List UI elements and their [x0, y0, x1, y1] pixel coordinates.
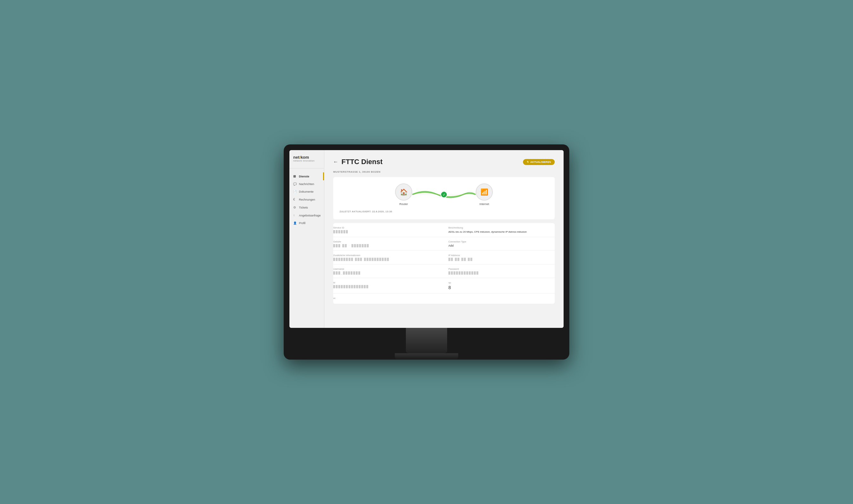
- rechnungen-icon: €: [293, 198, 297, 201]
- router-circle: 🏠: [395, 183, 412, 201]
- router-node: 🏠 Router: [395, 183, 412, 206]
- main-content: ← FTTC Dienst ↻ AKTUALISIEREN MUSTERSTRA…: [324, 150, 564, 328]
- back-button[interactable]: ←: [333, 159, 338, 165]
- monitor-outer: netikom network innovation ⊞ Dienste 💬 N…: [284, 144, 569, 360]
- label-vc: vc: [333, 297, 439, 300]
- internet-circle: 📶: [476, 183, 493, 201]
- label-zusatzliche: Zusätzliche informationen: [333, 254, 439, 257]
- profil-icon: 👤: [293, 221, 297, 225]
- label-service-id: Service ID: [333, 226, 439, 229]
- sidebar-item-dokumente[interactable]: 📄 Dokumente: [289, 188, 324, 196]
- internet-label: Internet: [479, 202, 489, 206]
- sidebar-item-nachrichten[interactable]: 💬 Nachrichten: [289, 180, 324, 188]
- value-connection-type: Adsl: [448, 244, 550, 247]
- value-password: ████████████: [448, 271, 550, 274]
- internet-icon: 📶: [480, 188, 488, 196]
- detail-beschreibung: Beschreibung ADSL bis zu 20 Mbps, CPE in…: [444, 223, 555, 237]
- page-title: FTTC Dienst: [342, 158, 383, 166]
- monitor-base: [395, 353, 458, 360]
- monitor-stand: [406, 328, 447, 353]
- refresh-button[interactable]: ↻ AKTUALISIEREN: [523, 159, 555, 165]
- sidebar-label-dienste: Dienste: [299, 175, 309, 178]
- label-password: Password: [448, 268, 550, 270]
- sidebar-label-tickets: Tickets: [299, 206, 308, 209]
- sidebar-label-nachrichten: Nachrichten: [299, 182, 314, 186]
- label-username: Username: [333, 268, 439, 270]
- sidebar-item-profil[interactable]: 👤 Profil: [289, 219, 324, 227]
- status-indicator: ✓: [440, 191, 448, 198]
- logo: netikom: [293, 155, 320, 160]
- value-vp: 8: [448, 285, 550, 290]
- detail-username: Username ███_███████: [333, 264, 444, 278]
- router-icon: 🏠: [400, 188, 408, 196]
- sidebar-item-dienste[interactable]: ⊞ Dienste: [289, 172, 324, 180]
- dienste-icon: ⊞: [293, 175, 297, 178]
- detail-ip: IP Address ██.██.██.██: [444, 251, 555, 264]
- label-beschreibung: Beschreibung: [448, 226, 550, 229]
- address: MUSTERSTRASSE 1, 39100 BOZEN: [333, 170, 555, 173]
- network-diagram: 🏠 Router: [340, 183, 548, 206]
- label-gebuhr: Gebühr: [333, 240, 439, 243]
- logo-net: net: [293, 155, 300, 160]
- detail-zusatzliche: Zusätzliche informationen ████████ ███ █…: [333, 251, 444, 264]
- value-gebuhr: ███ ██ · ███████: [333, 244, 439, 247]
- detail-connection-type: Connection Type Adsl: [444, 237, 555, 251]
- monitor-screen: netikom network innovation ⊞ Dienste 💬 N…: [289, 150, 564, 328]
- sidebar-item-rechnungen[interactable]: € Rechnungen: [289, 196, 324, 203]
- dokumente-icon: 📄: [293, 190, 297, 193]
- label-connection-type: Connection Type: [448, 240, 550, 243]
- page-header: ← FTTC Dienst ↻ AKTUALISIEREN: [333, 158, 555, 166]
- detail-password: Password ████████████: [444, 264, 555, 278]
- label-vp: vp: [448, 281, 550, 284]
- detail-id: Id ██████████████: [333, 278, 444, 293]
- sidebar-item-tickets[interactable]: ⚙ Tickets: [289, 203, 324, 211]
- router-label: Router: [399, 202, 408, 206]
- sidebar-label-rechnungen: Rechnungen: [299, 198, 315, 201]
- sidebar-label-angebotsanfrage: Angebotsanfrage: [299, 214, 321, 217]
- service-card: 🏠 Router: [333, 177, 555, 219]
- details-grid: Service ID ██████ Beschreibung ADSL bis …: [333, 223, 555, 304]
- value-ip: ██.██.██.██: [448, 258, 550, 261]
- connection-wrapper: ✓: [412, 186, 476, 203]
- value-beschreibung: ADSL bis zu 20 Mbps, CPE inklusive, dyna…: [448, 230, 550, 234]
- detail-gebuhr: Gebühr ███ ██ · ███████: [333, 237, 444, 251]
- label-ip: IP Address: [448, 254, 550, 257]
- nachrichten-icon: 💬: [293, 182, 297, 186]
- sidebar-label-dokumente: Dokumente: [299, 190, 313, 193]
- detail-vc: vc: [333, 293, 444, 304]
- detail-empty: [444, 293, 555, 304]
- internet-node: 📶 Internet: [476, 183, 493, 206]
- angebotsanfrage-icon: ↑: [293, 214, 297, 217]
- detail-vp: vp 8: [444, 278, 555, 293]
- sidebar: netikom network innovation ⊞ Dienste 💬 N…: [289, 150, 324, 328]
- logo-area: netikom network innovation: [289, 155, 324, 168]
- details-card: Service ID ██████ Beschreibung ADSL bis …: [333, 223, 555, 304]
- value-zusatzliche: ████████ ███ ██████████: [333, 258, 439, 261]
- check-icon: ✓: [443, 193, 446, 197]
- value-service-id: ██████: [333, 230, 439, 233]
- refresh-label: AKTUALISIEREN: [530, 161, 551, 163]
- tickets-icon: ⚙: [293, 206, 297, 209]
- refresh-icon: ↻: [527, 161, 529, 163]
- sidebar-label-profil: Profil: [299, 221, 306, 225]
- value-username: ███_███████: [333, 271, 439, 274]
- logo-subtitle: network innovation: [293, 160, 320, 162]
- label-id: Id: [333, 281, 439, 284]
- logo-kom: kom: [301, 155, 309, 160]
- sidebar-item-angebotsanfrage[interactable]: ↑ Angebotsanfrage: [289, 211, 324, 219]
- value-id: ██████████████: [333, 285, 439, 288]
- last-updated: ZULETZT AKTUALISIERT: 22.8.2020, 13:30: [340, 210, 548, 213]
- detail-service-id: Service ID ██████: [333, 223, 444, 237]
